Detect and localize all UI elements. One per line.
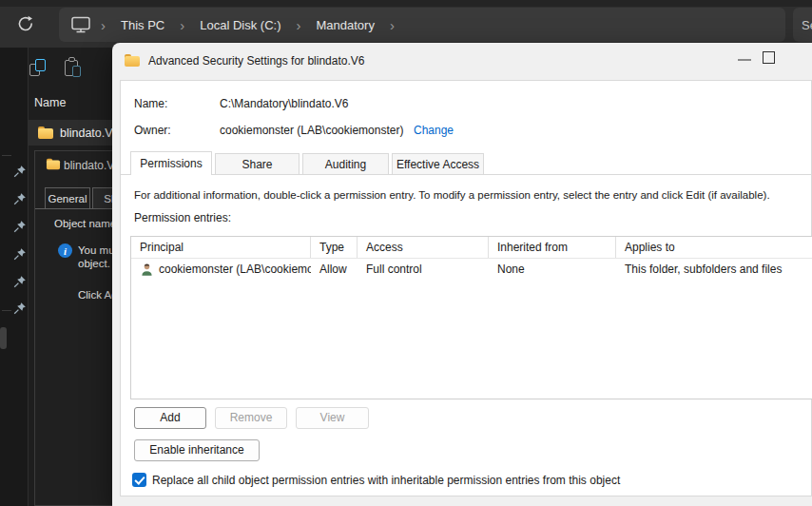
- address-bar[interactable]: › This PC › Local Disk (C:) › Mandatory …: [59, 8, 785, 42]
- paste-icon-doc: [72, 66, 81, 77]
- tab-share[interactable]: Share: [215, 153, 300, 174]
- dialog-titlebar[interactable]: Advanced Security Settings for blindato.…: [112, 43, 812, 78]
- tabstrip-divider: [121, 174, 811, 175]
- chevron-right-icon[interactable]: ›: [290, 17, 306, 33]
- tab-general[interactable]: General: [45, 187, 90, 208]
- pushpin-icon[interactable]: [12, 220, 27, 234]
- owner-label: Owner:: [134, 124, 171, 137]
- cell-type: Allow: [311, 259, 358, 280]
- cell-applies-to: This folder, subfolders and files: [616, 259, 812, 280]
- tab-divider: [35, 208, 112, 209]
- folder-icon: [125, 54, 140, 67]
- pushpin-icon[interactable]: [12, 275, 27, 289]
- click-add-text: Click Ad: [78, 289, 112, 301]
- table-header-row: Principal Type Access Inherited from App…: [131, 237, 812, 259]
- maximize-button[interactable]: [763, 51, 775, 64]
- scrollbar-tick: [2, 155, 11, 156]
- breadcrumb-mandatory[interactable]: Mandatory: [306, 14, 383, 36]
- folder-properties-dialog: blindato.V General Sha Object name i You…: [34, 150, 112, 506]
- file-name-label: blindato.V6: [60, 126, 120, 140]
- cell-principal: cookiemonster (LAB\cookiemo...: [131, 259, 311, 280]
- minimize-button[interactable]: [738, 59, 751, 61]
- copy-icon-front: [35, 59, 46, 71]
- permission-entries-table: Principal Type Access Inherited from App…: [130, 236, 812, 399]
- chevron-right-icon[interactable]: ›: [384, 17, 400, 33]
- object-name-label: Object name: [54, 218, 112, 229]
- name-value: C:\Mandatory\blindato.V6: [220, 97, 348, 110]
- paste-icon[interactable]: [65, 57, 84, 78]
- header-type[interactable]: Type: [311, 237, 358, 258]
- replace-child-permissions-label: Replace all child object permission entr…: [152, 474, 620, 487]
- principal-text: cookiemonster (LAB\cookiemo...: [159, 263, 311, 276]
- folder-icon: [47, 159, 60, 169]
- pushpin-icon[interactable]: [12, 247, 27, 262]
- search-input[interactable]: Sea: [793, 8, 812, 42]
- advanced-security-dialog: Advanced Security Settings for blindato.…: [112, 43, 812, 506]
- tab-share[interactable]: Sha: [92, 187, 112, 208]
- tab-auditing[interactable]: Auditing: [302, 153, 389, 174]
- header-inherited-from[interactable]: Inherited from: [489, 237, 616, 258]
- remove-button[interactable]: Remove: [215, 407, 287, 429]
- chevron-right-icon: ›: [95, 17, 111, 33]
- permission-entries-label: Permission entries:: [134, 211, 231, 224]
- refresh-icon[interactable]: [16, 14, 35, 33]
- scrollbar-tick: [2, 310, 11, 311]
- breadcrumb-local-disk[interactable]: Local Disk (C:): [190, 14, 290, 36]
- pushpin-icon[interactable]: [12, 302, 27, 316]
- replace-child-permissions-checkbox[interactable]: [132, 473, 146, 487]
- owner-value: cookiemonster (LAB\cookiemonster): [220, 124, 403, 137]
- header-applies-to[interactable]: Applies to: [616, 237, 812, 258]
- info-icon: i: [58, 243, 72, 258]
- pushpin-icon[interactable]: [12, 192, 27, 206]
- dialog-body-panel: Name: C:\Mandatory\blindato.V6 Owner: co…: [120, 80, 812, 496]
- explorer-topbar: › This PC › Local Disk (C:) › Mandatory …: [0, 0, 812, 48]
- pushpin-icon[interactable]: [12, 165, 27, 179]
- view-button[interactable]: View: [296, 407, 369, 429]
- add-button[interactable]: Add: [134, 407, 206, 429]
- cell-inherited-from: None: [489, 259, 616, 280]
- header-principal[interactable]: Principal: [131, 237, 311, 258]
- scrollbar-thumb[interactable]: [0, 327, 7, 349]
- permissions-description: For additional information, double-click…: [134, 189, 811, 201]
- name-label: Name:: [134, 97, 167, 110]
- dialog-title: Advanced Security Settings for blindato.…: [148, 54, 364, 68]
- folder-icon: [38, 126, 53, 139]
- header-access[interactable]: Access: [358, 237, 489, 258]
- copy-icon[interactable]: [29, 59, 48, 78]
- this-pc-icon: [70, 16, 91, 33]
- tab-permissions[interactable]: Permissions: [130, 151, 212, 175]
- breadcrumb-this-pc[interactable]: This PC: [111, 14, 174, 36]
- cell-access: Full control: [358, 259, 489, 280]
- paste-icon-clip: [68, 57, 75, 62]
- table-row[interactable]: cookiemonster (LAB\cookiemo... Allow Ful…: [131, 259, 812, 280]
- change-owner-link[interactable]: Change: [414, 124, 454, 137]
- info-text-line2: object.: [78, 258, 110, 269]
- tab-effective-access[interactable]: Effective Access: [392, 153, 484, 174]
- navigation-pane: [0, 48, 29, 506]
- info-text-line1: You mus: [78, 244, 112, 256]
- window-top-edge: [0, 0, 812, 7]
- chevron-right-icon[interactable]: ›: [174, 17, 190, 33]
- enable-inheritance-button[interactable]: Enable inheritance: [134, 439, 260, 461]
- column-header-name[interactable]: Name: [34, 96, 66, 109]
- properties-dialog-title: blindato.V: [64, 159, 112, 172]
- user-icon: [140, 263, 154, 277]
